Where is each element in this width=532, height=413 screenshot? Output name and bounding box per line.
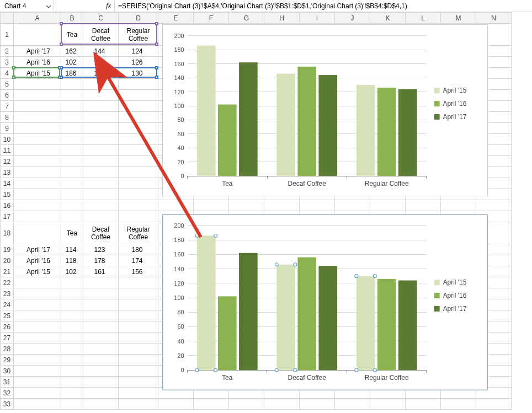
select-all-corner[interactable] [1, 13, 14, 24]
cell-A25[interactable] [14, 310, 61, 321]
bar-April-17-Tea[interactable] [239, 253, 258, 371]
cell-D8[interactable] [119, 112, 158, 123]
row-header-10[interactable]: 10 [1, 134, 14, 145]
column-header-C[interactable]: C [83, 13, 119, 24]
cell-K16[interactable] [370, 200, 406, 211]
legend-label-1[interactable]: April '16 [443, 100, 467, 108]
cell-D23[interactable] [119, 288, 158, 299]
cell-D29[interactable] [119, 355, 158, 366]
row-header-2[interactable]: 2 [1, 46, 14, 57]
cell-C10[interactable] [83, 134, 119, 145]
column-header-H[interactable]: H [264, 13, 300, 24]
bar-April-17-Decaf-Coffee[interactable] [318, 75, 337, 176]
cell-C13[interactable] [83, 167, 119, 178]
cell-D13[interactable] [119, 167, 158, 178]
cell-B26[interactable] [61, 321, 83, 332]
cell-B13[interactable] [61, 167, 83, 178]
cell-B32[interactable] [61, 388, 83, 399]
cell-D11[interactable] [119, 145, 158, 156]
name-box[interactable]: Chart 4 [0, 0, 54, 12]
cell-A10[interactable] [14, 134, 61, 145]
cell-A17[interactable] [14, 211, 61, 222]
column-header-B[interactable]: B [61, 13, 83, 24]
cell-B9[interactable] [61, 123, 83, 134]
cell-B11[interactable] [61, 145, 83, 156]
cell-B27[interactable] [61, 332, 83, 344]
row-header-22[interactable]: 22 [1, 277, 14, 288]
row-header-19[interactable]: 19 [1, 244, 14, 255]
row-header-7[interactable]: 7 [1, 101, 14, 112]
cell-B24[interactable] [61, 299, 83, 310]
cell-D31[interactable] [119, 377, 158, 388]
cell-B28[interactable] [61, 344, 83, 355]
cell-C9[interactable] [83, 123, 119, 134]
cell-C26[interactable] [83, 321, 119, 332]
row-header-13[interactable]: 13 [1, 167, 14, 178]
cell-I33[interactable] [300, 399, 335, 410]
cell-D6[interactable] [119, 90, 158, 101]
cell-C5[interactable] [83, 79, 119, 90]
cell-B31[interactable] [61, 377, 83, 388]
cell-A3[interactable]: April '16 [14, 57, 61, 68]
cell-A29[interactable] [14, 355, 61, 366]
cell-C2[interactable]: 144 [83, 46, 119, 57]
row-header-8[interactable]: 8 [1, 112, 14, 123]
legend-label-1[interactable]: April '16 [443, 292, 467, 299]
cell-C33[interactable] [83, 399, 119, 410]
cell-B30[interactable] [61, 366, 83, 377]
row-header-27[interactable]: 27 [1, 332, 14, 344]
row-header-14[interactable]: 14 [1, 178, 14, 189]
cell-D27[interactable] [119, 332, 158, 344]
cell-D25[interactable] [119, 310, 158, 321]
cell-F16[interactable] [194, 200, 229, 211]
column-header-J[interactable]: J [335, 13, 370, 24]
cell-B5[interactable] [61, 79, 83, 90]
formula-input[interactable]: =SERIES('Original Chart (3)'!$A$4,'Origi… [115, 2, 532, 10]
cell-D33[interactable] [119, 399, 158, 410]
cell-A12[interactable] [14, 156, 61, 167]
cell-D1[interactable]: RegularCoffee [119, 24, 158, 46]
cell-A18[interactable] [14, 222, 61, 244]
cell-D9[interactable] [119, 123, 158, 134]
row-header-12[interactable]: 12 [1, 156, 14, 167]
cell-I16[interactable] [300, 200, 335, 211]
bar-April-15-Decaf-Coffee[interactable] [276, 74, 295, 176]
cell-B14[interactable] [61, 178, 83, 189]
cell-C3[interactable]: 156 [83, 57, 119, 68]
cell-D30[interactable] [119, 366, 158, 377]
bar-April-16-Regular-Coffee[interactable] [377, 279, 396, 370]
bar-April-15-Regular-Coffee[interactable] [357, 85, 375, 176]
cell-J16[interactable] [335, 200, 370, 211]
cell-C7[interactable] [83, 101, 119, 112]
column-header-E[interactable]: E [158, 13, 194, 24]
chevron-down-icon[interactable] [46, 3, 51, 9]
chart-top[interactable]: 020406080100120140160180200TeaDecaf Coff… [162, 24, 488, 196]
cell-A30[interactable] [14, 366, 61, 377]
column-header-N[interactable]: N [476, 13, 512, 24]
cell-D17[interactable] [119, 211, 158, 222]
cell-C6[interactable] [83, 90, 119, 101]
cell-D24[interactable] [119, 299, 158, 310]
cell-D7[interactable] [119, 101, 158, 112]
cell-A23[interactable] [14, 288, 61, 299]
column-header-F[interactable]: F [194, 13, 229, 24]
cell-B12[interactable] [61, 156, 83, 167]
bar-April-16-Tea[interactable] [218, 296, 237, 370]
cell-F33[interactable] [194, 399, 229, 410]
legend-swatch-2[interactable] [434, 114, 440, 120]
cell-A24[interactable] [14, 299, 61, 310]
cell-N16[interactable] [476, 200, 512, 211]
cell-B17[interactable] [61, 211, 83, 222]
cell-B7[interactable] [61, 101, 83, 112]
cell-H33[interactable] [264, 399, 300, 410]
cell-B22[interactable] [61, 277, 83, 288]
cell-E33[interactable] [158, 399, 194, 410]
cell-A8[interactable] [14, 112, 61, 123]
cell-A1[interactable] [14, 24, 61, 46]
column-header-M[interactable]: M [441, 13, 476, 24]
cell-B6[interactable] [61, 90, 83, 101]
legend-swatch-2[interactable] [434, 306, 440, 312]
cell-B8[interactable] [61, 112, 83, 123]
row-header-24[interactable]: 24 [1, 299, 14, 310]
worksheet-grid[interactable]: ABCDEFGHIJKLMN 1TeaDecafCoffeeRegularCof… [0, 12, 532, 410]
